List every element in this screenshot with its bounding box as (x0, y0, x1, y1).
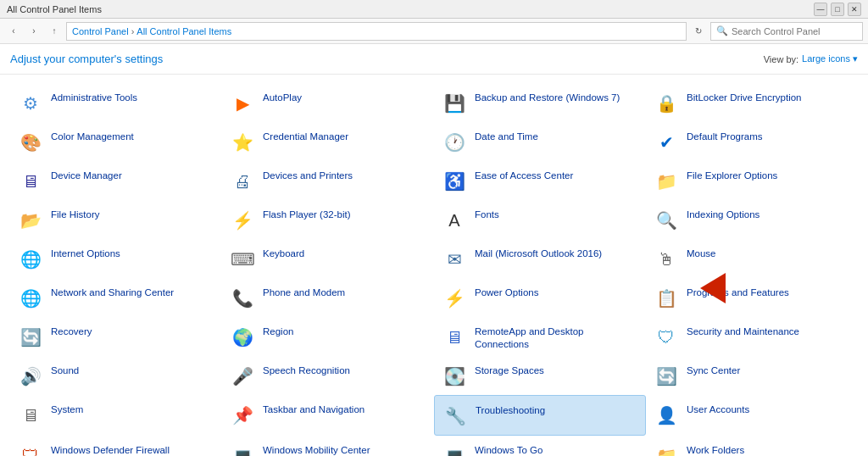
label-default-prog: Default Programs (687, 127, 851, 143)
path-control-panel[interactable]: Control Panel (72, 26, 129, 36)
up-button[interactable]: ↑ (46, 23, 63, 40)
icon-file-exp: 📁 (653, 168, 680, 195)
cp-item-win-defender[interactable]: 🛡Windows Defender Firewall (10, 436, 222, 456)
cp-item-work-folders[interactable]: 📁Work Folders (646, 436, 858, 456)
cp-item-sound[interactable]: 🔊Sound (10, 356, 222, 395)
icon-programs: 📋 (653, 285, 680, 312)
forward-button[interactable]: › (25, 23, 42, 40)
cp-item-device-mgr[interactable]: 🖥Device Manager (10, 161, 222, 200)
icon-remote: 🖥 (441, 324, 468, 351)
label-taskbar: Taskbar and Navigation (263, 400, 427, 416)
icon-speech: 🎤 (229, 363, 256, 390)
cp-item-file-hist[interactable]: 📂File History (10, 200, 222, 239)
maximize-button[interactable]: □ (831, 3, 844, 16)
label-admin-tools: Administrative Tools (51, 88, 215, 104)
label-sound: Sound (51, 361, 215, 377)
cp-item-sync[interactable]: 🔄Sync Center (646, 356, 858, 395)
cp-item-region[interactable]: 🌍Region (222, 317, 434, 356)
label-region: Region (263, 322, 427, 338)
label-bitlocker: BitLocker Drive Encryption (687, 88, 851, 104)
search-input[interactable] (732, 26, 857, 36)
icon-work-folders: 📁 (653, 442, 680, 456)
icon-system: 🖥 (17, 402, 44, 429)
label-devices-print: Devices and Printers (263, 166, 427, 182)
cp-item-user-acc[interactable]: 👤User Accounts (646, 395, 858, 436)
refresh-button[interactable]: ↻ (690, 23, 707, 40)
icon-backup: 💾 (441, 90, 468, 117)
label-mail: Mail (Microsoft Outlook 2016) (475, 244, 639, 260)
icon-region: 🌍 (229, 324, 256, 351)
header-bar: Adjust your computer's settings View by:… (0, 44, 868, 75)
label-recovery: Recovery (51, 322, 215, 338)
cp-item-security[interactable]: 🛡Security and Maintenance (646, 317, 858, 356)
label-system: System (51, 400, 215, 416)
cp-item-devices-print[interactable]: 🖨Devices and Printers (222, 161, 434, 200)
cp-item-datetime[interactable]: 🕐Date and Time (434, 122, 646, 161)
view-by-section: View by: Large icons ▾ (764, 53, 858, 64)
red-arrow-indicator (700, 273, 726, 303)
cp-item-mouse[interactable]: 🖱Mouse (646, 239, 858, 278)
cp-item-backup[interactable]: 💾Backup and Restore (Windows 7) (434, 83, 646, 122)
cp-item-remote[interactable]: 🖥RemoteApp and Desktop Connections (434, 317, 646, 356)
cp-item-network[interactable]: 🌐Network and Sharing Center (10, 278, 222, 317)
items-grid: ⚙Administrative Tools▶AutoPlay💾Backup an… (10, 83, 858, 456)
label-power: Power Options (475, 283, 639, 299)
cp-item-win-go[interactable]: 💻Windows To Go (434, 436, 646, 456)
cp-item-fonts[interactable]: AFonts (434, 200, 646, 239)
icon-credential: ⭐ (229, 129, 256, 156)
icon-file-hist: 📂 (17, 207, 44, 234)
close-button[interactable]: ✕ (848, 3, 861, 16)
cp-item-taskbar[interactable]: 📌Taskbar and Navigation (222, 395, 434, 436)
search-box[interactable]: 🔍 (710, 22, 863, 41)
cp-item-default-prog[interactable]: ✔Default Programs (646, 122, 858, 161)
cp-item-keyboard[interactable]: ⌨Keyboard (222, 239, 434, 278)
view-by-link[interactable]: Large icons ▾ (802, 53, 858, 64)
icon-power: ⚡ (441, 285, 468, 312)
label-flash: Flash Player (32-bit) (263, 205, 427, 221)
cp-item-indexing[interactable]: 🔍Indexing Options (646, 200, 858, 239)
icon-devices-print: 🖨 (229, 168, 256, 195)
cp-item-mail[interactable]: ✉Mail (Microsoft Outlook 2016) (434, 239, 646, 278)
label-remote: RemoteApp and Desktop Connections (475, 322, 639, 351)
icon-color-mgmt: 🎨 (17, 129, 44, 156)
back-button[interactable]: ‹ (5, 23, 22, 40)
cp-item-inet-opt[interactable]: 🌐Internet Options (10, 239, 222, 278)
page-title: Adjust your computer's settings (10, 53, 764, 65)
address-path[interactable]: Control Panel › All Control Panel Items (66, 22, 687, 41)
label-storage: Storage Spaces (475, 361, 639, 377)
cp-item-flash[interactable]: ⚡Flash Player (32-bit) (222, 200, 434, 239)
cp-item-autoplay[interactable]: ▶AutoPlay (222, 83, 434, 122)
cp-item-ease-access[interactable]: ♿Ease of Access Center (434, 161, 646, 200)
cp-item-win-mobility[interactable]: 💻Windows Mobility Center (222, 436, 434, 456)
cp-item-bitlocker[interactable]: 🔒BitLocker Drive Encryption (646, 83, 858, 122)
icon-win-go: 💻 (441, 442, 468, 456)
cp-item-color-mgmt[interactable]: 🎨Color Management (10, 122, 222, 161)
icon-taskbar: 📌 (229, 402, 256, 429)
cp-item-admin-tools[interactable]: ⚙Administrative Tools (10, 83, 222, 122)
path-all-items[interactable]: All Control Panel Items (136, 26, 231, 36)
search-icon: 🔍 (716, 25, 728, 36)
cp-item-system[interactable]: 🖥System (10, 395, 222, 436)
icon-trouble: 🔧 (442, 403, 469, 430)
window-title: All Control Panel Items (7, 4, 814, 14)
cp-item-trouble[interactable]: 🔧Troubleshooting (434, 395, 646, 436)
cp-item-storage[interactable]: 💽Storage Spaces (434, 356, 646, 395)
cp-item-programs[interactable]: 📋Programs and Features (646, 278, 858, 317)
cp-item-credential[interactable]: ⭐Credential Manager (222, 122, 434, 161)
icon-mouse: 🖱 (653, 246, 680, 273)
icon-recovery: 🔄 (17, 324, 44, 351)
label-work-folders: Work Folders (687, 441, 851, 456)
window-controls: — □ ✕ (814, 3, 861, 16)
icon-device-mgr: 🖥 (17, 168, 44, 195)
icon-storage: 💽 (441, 363, 468, 390)
cp-item-recovery[interactable]: 🔄Recovery (10, 317, 222, 356)
icon-default-prog: ✔ (653, 129, 680, 156)
cp-item-phone[interactable]: 📞Phone and Modem (222, 278, 434, 317)
minimize-button[interactable]: — (814, 3, 827, 16)
icon-security: 🛡 (653, 324, 680, 351)
label-file-hist: File History (51, 205, 215, 221)
cp-item-file-exp[interactable]: 📁File Explorer Options (646, 161, 858, 200)
cp-item-power[interactable]: ⚡Power Options (434, 278, 646, 317)
cp-item-speech[interactable]: 🎤Speech Recognition (222, 356, 434, 395)
label-device-mgr: Device Manager (51, 166, 215, 182)
